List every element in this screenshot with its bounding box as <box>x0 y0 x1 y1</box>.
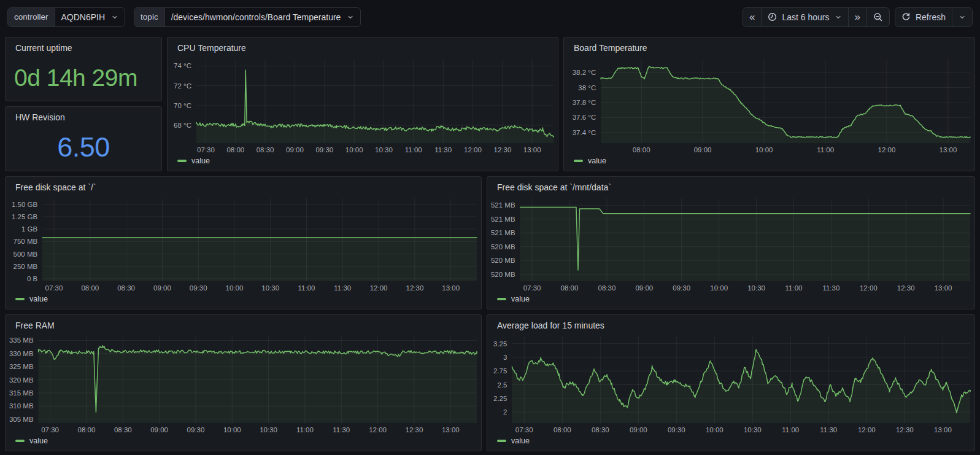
controller-variable-select[interactable]: AQDN6PIH <box>55 8 125 26</box>
dashboard-toolbar: controller AQDN6PIH topic /devices/hwmon… <box>0 0 980 34</box>
hw-revision-stat-value: 6.50 <box>6 133 161 161</box>
svg-text:10:00: 10:00 <box>710 284 728 292</box>
svg-text:09:00: 09:00 <box>153 284 171 292</box>
svg-text:13:00: 13:00 <box>442 284 460 292</box>
chevrons-right-icon: » <box>855 12 860 22</box>
svg-text:12:00: 12:00 <box>369 426 387 434</box>
svg-text:11:00: 11:00 <box>296 426 314 434</box>
refresh-button-label: Refresh <box>916 12 946 22</box>
svg-text:12:30: 12:30 <box>897 284 915 292</box>
svg-text:325 MB: 325 MB <box>9 363 34 370</box>
svg-text:0 B: 0 B <box>27 275 38 282</box>
chevron-down-icon <box>347 14 354 21</box>
svg-text:09:00: 09:00 <box>286 146 304 154</box>
svg-text:12:30: 12:30 <box>494 146 512 154</box>
legend-item-value[interactable]: value <box>511 295 530 303</box>
svg-text:11:00: 11:00 <box>298 284 315 292</box>
panel-free-ram: Free RAM 305 MB310 MB315 MB320 MB325 MB3… <box>5 314 482 451</box>
svg-text:315 MB: 315 MB <box>9 389 34 397</box>
svg-text:12:00: 12:00 <box>878 146 896 154</box>
panel-current-uptime: Current uptime 0d 14h 29m <box>5 37 162 101</box>
panel-title[interactable]: Free RAM <box>6 315 481 332</box>
svg-text:37.8 °C: 37.8 °C <box>573 99 596 106</box>
series-color-dash <box>497 440 506 442</box>
free-ram-chart[interactable]: 305 MB310 MB315 MB320 MB325 MB330 MB335 … <box>6 332 481 435</box>
topic-variable-value: /devices/hwmon/controls/Board Temperatur… <box>171 12 341 22</box>
svg-text:07:30: 07:30 <box>197 146 215 154</box>
svg-text:09:00: 09:00 <box>635 284 653 292</box>
free-disk-mnt-data-chart[interactable]: 520 MB520 MB520 MB521 MB521 MB521 MB07:3… <box>487 193 974 294</box>
topic-variable-label: topic <box>134 8 165 26</box>
panel-free-disk-root: Free disk space at `/` 0 B250 MB500 MB75… <box>5 176 482 309</box>
panel-title[interactable]: Free disk space at `/mnt/data` <box>487 177 974 193</box>
legend-item-value[interactable]: value <box>511 437 530 445</box>
legend-item-value[interactable]: value <box>191 157 210 165</box>
series-color-dash <box>497 298 506 300</box>
panel-title[interactable]: Current uptime <box>6 37 161 54</box>
panel-board-temperature: Board Temperature 37.4 °C37.6 °C37.8 °C3… <box>563 37 975 171</box>
chevron-down-icon <box>959 14 966 21</box>
svg-text:10:30: 10:30 <box>261 284 279 292</box>
svg-text:08:30: 08:30 <box>117 284 135 292</box>
svg-text:1 GB: 1 GB <box>21 225 38 233</box>
svg-text:521 MB: 521 MB <box>491 216 515 223</box>
svg-text:11:00: 11:00 <box>817 146 834 154</box>
svg-text:10:30: 10:30 <box>744 426 762 434</box>
legend-item-value[interactable]: value <box>29 437 48 445</box>
svg-text:08:00: 08:00 <box>226 146 244 154</box>
time-shift-back-button[interactable]: « <box>743 8 761 26</box>
svg-text:305 MB: 305 MB <box>9 416 34 423</box>
legend-item-value[interactable]: value <box>588 157 606 165</box>
svg-text:2.75: 2.75 <box>493 367 507 375</box>
svg-text:12:30: 12:30 <box>896 426 914 434</box>
svg-text:70 °C: 70 °C <box>174 102 191 109</box>
topic-variable-select[interactable]: /devices/hwmon/controls/Board Temperatur… <box>165 8 361 26</box>
time-shift-forward-button[interactable]: » <box>848 8 866 26</box>
time-range-picker[interactable]: Last 6 hours <box>761 8 847 26</box>
series-color-dash <box>15 298 25 300</box>
svg-text:10:00: 10:00 <box>223 426 241 434</box>
svg-text:11:00: 11:00 <box>782 426 799 434</box>
svg-text:12:00: 12:00 <box>858 426 876 434</box>
svg-text:07:30: 07:30 <box>515 426 533 434</box>
refresh-button[interactable]: Refresh <box>895 8 952 26</box>
uptime-stat-value: 0d 14h 29m <box>6 66 137 90</box>
panel-title[interactable]: Free disk space at `/` <box>6 177 481 193</box>
chevrons-left-icon: « <box>749 12 755 22</box>
svg-text:08:30: 08:30 <box>114 426 132 434</box>
controller-variable-value: AQDN6PIH <box>61 12 106 22</box>
svg-text:37.4 °C: 37.4 °C <box>573 129 596 136</box>
svg-text:13:00: 13:00 <box>939 146 957 154</box>
panel-title[interactable]: HW Revision <box>6 107 161 123</box>
panel-free-disk-mnt-data: Free disk space at `/mnt/data` 520 MB520… <box>487 176 975 309</box>
cpu-temperature-chart[interactable]: 68 °C70 °C72 °C74 °C07:3008:0008:3009:00… <box>168 54 558 155</box>
panel-title[interactable]: Average load for 15 minutes <box>487 315 974 332</box>
refresh-interval-button[interactable] <box>952 8 972 26</box>
svg-text:07:30: 07:30 <box>41 426 59 434</box>
legend-item-value[interactable]: value <box>29 295 48 303</box>
svg-text:08:00: 08:00 <box>78 426 96 434</box>
legend: value <box>564 155 974 171</box>
svg-text:10:30: 10:30 <box>260 426 277 434</box>
legend: value <box>487 294 974 309</box>
svg-text:11:30: 11:30 <box>434 146 452 154</box>
svg-text:09:00: 09:00 <box>630 426 647 434</box>
zoom-out-button[interactable] <box>866 8 889 26</box>
average-load-15m-chart[interactable]: 22.252.52.7533.2507:3008:0008:3009:0009:… <box>487 332 974 435</box>
svg-text:10:00: 10:00 <box>345 146 363 154</box>
svg-text:520 MB: 520 MB <box>491 257 515 264</box>
svg-text:11:30: 11:30 <box>822 284 839 292</box>
svg-text:12:00: 12:00 <box>370 284 388 292</box>
svg-text:520 MB: 520 MB <box>491 243 515 251</box>
svg-text:2.5: 2.5 <box>497 381 507 389</box>
controller-variable: controller AQDN6PIH <box>7 7 125 27</box>
svg-text:09:00: 09:00 <box>150 426 168 434</box>
panel-title[interactable]: Board Temperature <box>564 37 974 54</box>
board-temperature-chart[interactable]: 37.4 °C37.6 °C37.8 °C38 °C38.2 °C08:0009… <box>564 54 974 155</box>
svg-text:10:30: 10:30 <box>375 146 393 154</box>
svg-text:11:30: 11:30 <box>334 284 351 292</box>
svg-text:330 MB: 330 MB <box>9 350 34 357</box>
chevron-down-icon <box>111 14 118 21</box>
panel-title[interactable]: CPU Temperature <box>168 37 558 54</box>
free-disk-root-chart[interactable]: 0 B250 MB500 MB750 MB1 GB1.25 GB1.50 GB0… <box>6 193 481 294</box>
